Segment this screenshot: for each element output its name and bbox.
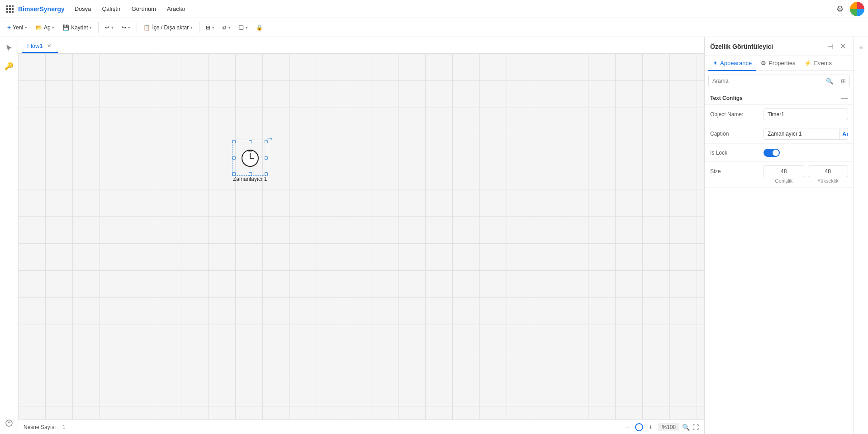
lock-button[interactable]: 🔒: [252, 21, 266, 34]
svg-rect-8: [12, 11, 14, 13]
caption-input-wrapper: Aa: [764, 128, 848, 140]
size-width-group: Genişlik: [764, 165, 804, 184]
svg-rect-6: [6, 11, 8, 13]
far-right-panel-icon[interactable]: ≡: [855, 41, 868, 53]
property-object-name: Object Name:: [705, 105, 854, 124]
object-name-value-wrapper: [764, 108, 848, 120]
object-count-label: Nesne Sayısı :: [24, 424, 59, 430]
new-button[interactable]: + Yeni ▾: [4, 21, 31, 34]
panel-pin-button[interactable]: ⊣: [825, 41, 836, 52]
is-lock-toggle[interactable]: [764, 149, 780, 157]
handle-top-middle[interactable]: [249, 140, 252, 143]
object-count-value: 1: [62, 424, 66, 430]
size-width-input[interactable]: [764, 165, 804, 177]
section-header-text-configs: Text Configs —: [705, 91, 854, 105]
separator-2: [137, 22, 137, 33]
svg-rect-0: [6, 5, 8, 7]
far-right-strip: ≡: [854, 37, 868, 434]
menu-gorunum[interactable]: Görünüm: [127, 2, 161, 16]
caption-input[interactable]: [764, 128, 839, 139]
panel-header: Özellik Görüntüleyici ⊣ ✕: [705, 37, 854, 56]
handle-middle-left[interactable]: [232, 156, 236, 160]
menu-dosya[interactable]: Dosya: [70, 2, 96, 16]
caption-fx-button[interactable]: Aa: [839, 129, 848, 139]
import-export-button[interactable]: 📋 İçe / Dışa aktar ▾: [140, 21, 196, 34]
handle-bottom-right[interactable]: [265, 172, 268, 175]
handle-bottom-middle[interactable]: [249, 172, 252, 175]
tab-events[interactable]: ⚡ Events: [800, 56, 836, 71]
zoom-circle[interactable]: [635, 423, 643, 431]
panel-grid-view-button[interactable]: ⊞: [837, 76, 849, 86]
panel-close-button[interactable]: ✕: [838, 41, 848, 52]
group-icon: ❏: [239, 24, 244, 31]
zoom-in-button[interactable]: +: [646, 422, 655, 432]
panel-content: Text Configs — Object Name: Caption Aa: [705, 91, 854, 434]
svg-rect-2: [12, 5, 14, 7]
timer-caption: Zamanlayıcı 1: [233, 176, 267, 182]
timer-icon: [238, 146, 262, 170]
redo-chevron-icon: ▾: [128, 25, 130, 30]
size-height-input[interactable]: [808, 165, 849, 177]
section-collapse-button[interactable]: —: [841, 94, 848, 102]
size-height-label: Yükseklik: [817, 178, 838, 184]
main-canvas[interactable]: ↗ Zamanlayıcı 1: [18, 53, 704, 420]
user-avatar[interactable]: [850, 2, 864, 16]
arrange-icon: ⧉: [223, 24, 227, 31]
is-lock-label: Is Lock: [710, 150, 760, 156]
property-is-lock: Is Lock: [705, 144, 854, 162]
svg-rect-4: [9, 8, 11, 10]
sidebar-pointer-icon[interactable]: [2, 41, 16, 55]
separator-1: [98, 22, 99, 33]
canvas-area: Flow1 ✕ ↗: [18, 37, 704, 434]
menu-calistir[interactable]: Çalıştır: [98, 2, 125, 16]
handle-top-left[interactable]: [232, 140, 236, 143]
redo-icon: ↪: [122, 24, 126, 31]
save-button[interactable]: 💾 Kaydet ▾: [59, 21, 95, 34]
fit-to-screen-icon[interactable]: ⛶: [693, 424, 699, 431]
toolbar: + Yeni ▾ 📂 Aç ▾ 💾 Kaydet ▾ ↩ ▾ ↪ ▾ 📋 İçe…: [0, 18, 868, 37]
timer-selection-box[interactable]: ↗: [234, 142, 266, 174]
object-name-input[interactable]: [764, 108, 848, 120]
open-button[interactable]: 📂 Aç ▾: [32, 21, 58, 34]
zoom-level: %100: [658, 423, 679, 431]
tab-appearance[interactable]: ✦ Appearance: [708, 56, 756, 71]
svg-rect-5: [12, 8, 14, 10]
settings-icon[interactable]: ⚙: [834, 3, 846, 15]
undo-button[interactable]: ↩ ▾: [101, 21, 117, 34]
zoom-fit-icon[interactable]: 🔍: [682, 424, 690, 431]
import-export-icon: 📋: [143, 24, 150, 31]
plus-icon: +: [7, 24, 11, 31]
align-button[interactable]: ⊞ ▾: [202, 21, 218, 34]
zoom-out-button[interactable]: −: [623, 422, 632, 432]
tab-flow1[interactable]: Flow1 ✕: [22, 40, 58, 53]
arrange-button[interactable]: ⧉ ▾: [219, 21, 234, 34]
handle-bottom-left[interactable]: [232, 172, 236, 175]
tab-properties[interactable]: ⚙ Properties: [756, 56, 800, 71]
svg-rect-1: [9, 5, 11, 7]
object-name-label: Object Name:: [710, 111, 760, 118]
svg-rect-7: [9, 11, 11, 13]
align-icon: ⊞: [206, 24, 210, 31]
top-menu-bar: BimserSynergy Dosya Çalıştır Görünüm Ara…: [0, 0, 868, 18]
appearance-tab-icon: ✦: [713, 60, 718, 66]
panel-actions: ⊣ ✕: [825, 41, 848, 52]
group-button[interactable]: ❏ ▾: [235, 21, 251, 34]
size-width-label: Genişlik: [775, 178, 792, 184]
app-grid-icon[interactable]: [4, 3, 16, 15]
sidebar-key-icon[interactable]: 🔑: [2, 59, 16, 73]
redo-button[interactable]: ↪ ▾: [118, 21, 134, 34]
search-input[interactable]: [709, 75, 822, 87]
handle-middle-right[interactable]: [265, 156, 268, 160]
tab-close-icon[interactable]: ✕: [46, 42, 52, 49]
menu-araclar[interactable]: Araçlar: [162, 2, 190, 16]
size-height-group: Yükseklik: [808, 165, 849, 184]
save-icon: 💾: [62, 24, 69, 31]
tab-bar: Flow1 ✕: [18, 37, 704, 53]
timer-component[interactable]: ↗ Zamanlayıcı 1: [233, 142, 267, 182]
svg-point-10: [6, 420, 12, 426]
search-button[interactable]: 🔍: [822, 76, 837, 86]
undo-chevron-icon: ▾: [111, 25, 114, 30]
property-size: Size Genişlik Yükseklik: [705, 162, 854, 188]
panel-tabs: ✦ Appearance ⚙ Properties ⚡ Events: [705, 56, 854, 71]
sidebar-bottom-icon[interactable]: [2, 416, 16, 430]
